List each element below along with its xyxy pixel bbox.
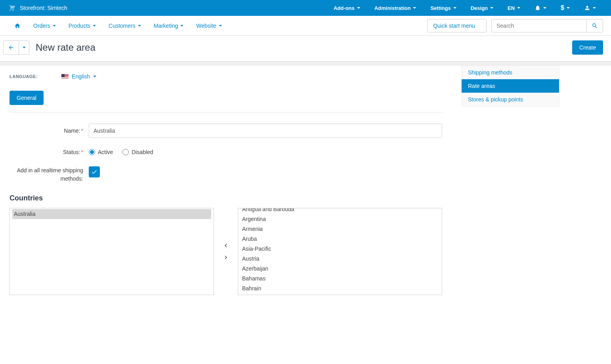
status-active-radio[interactable] [89,149,95,155]
list-item[interactable]: Bahamas [241,274,439,284]
tab-general[interactable]: General [10,91,44,105]
chevron-down-icon [93,25,96,27]
page-title: New rate area [36,42,95,53]
chevron-down-icon [53,25,56,27]
chevron-down-icon [93,76,96,77]
chevron-left-icon [223,242,229,249]
side-menu-item[interactable]: Shipping methods [462,66,559,79]
list-item[interactable]: Aruba [241,234,439,244]
side-menu: Shipping methodsRate areasStores & picku… [461,65,559,107]
language-value: English [72,73,90,80]
topbar-settings-label: Settings [430,5,451,11]
topbar-addons-label: Add-ons [334,5,355,11]
realtime-label: Add in all realtime shipping methods: [10,166,89,183]
chevron-down-icon [593,7,596,9]
storefront-label[interactable]: Storefront: Simtech [20,5,67,11]
side-menu-item[interactable]: Stores & pickup points [462,93,559,106]
chevron-down-icon [517,7,520,9]
list-item[interactable]: Azerbaijan [241,264,439,274]
nav-orders[interactable]: Orders [27,16,62,36]
chevron-down-icon [490,7,493,9]
topbar: Storefront: Simtech Add-ons Administrati… [0,0,611,16]
nav-marketing[interactable]: Marketing [147,16,190,36]
language-label: LANGUAGE: [10,74,38,79]
back-button[interactable] [3,40,19,55]
move-left-button[interactable] [221,241,231,250]
topbar-notifications[interactable] [527,0,554,16]
list-item[interactable]: Argentina [241,214,439,224]
topbar-lang[interactable]: EN [500,0,527,16]
topbar-addons[interactable]: Add-ons [327,0,367,16]
nav-website-label: Website [196,23,216,29]
chevron-down-icon [23,47,26,48]
list-item[interactable]: Antigua and Barbuda [241,208,439,214]
navbar: Orders Products Customers Marketing Webs… [0,16,611,36]
topbar-currency-label: $ [561,4,564,11]
topbar-user[interactable] [577,0,603,16]
nav-home[interactable] [8,16,27,36]
topbar-lang-label: EN [508,5,515,11]
create-button[interactable]: Create [572,40,603,55]
nav-products[interactable]: Products [62,16,102,36]
status-label: Status:* [10,149,89,155]
nav-products-label: Products [69,23,90,29]
nav-orders-label: Orders [33,23,50,29]
name-label: Name:* [10,128,89,134]
topbar-admin-label: Administration [374,5,411,11]
bell-icon [535,5,541,11]
user-icon [584,5,590,11]
nav-marketing-label: Marketing [154,23,178,29]
status-disabled-radio[interactable] [122,149,129,155]
arrow-left-icon [8,44,14,51]
check-icon [91,169,97,175]
page-header: New rate area Create [0,36,611,61]
topbar-settings[interactable]: Settings [423,0,463,16]
search-button[interactable] [586,19,603,32]
topbar-currency[interactable]: $ [554,0,577,16]
list-item[interactable]: Armenia [241,224,439,234]
separator [0,61,611,65]
realtime-checkbox[interactable] [89,166,100,177]
status-disabled-label: Disabled [132,149,153,155]
countries-title: Countries [10,194,442,202]
chevron-right-icon [223,254,229,261]
search-input[interactable] [491,19,586,32]
back-dropdown-button[interactable] [19,40,29,55]
chevron-down-icon [180,25,183,27]
side-menu-item[interactable]: Rate areas [462,79,559,93]
topbar-design-label: Design [471,5,488,11]
chevron-down-icon [413,7,416,9]
chevron-down-icon [543,7,546,9]
topbar-administration[interactable]: Administration [367,0,424,16]
quick-start-button[interactable]: Quick start menu [427,19,487,32]
name-input[interactable] [89,124,442,138]
status-active-label: Active [98,149,113,155]
topbar-design[interactable]: Design [464,0,500,16]
list-item[interactable]: Asia-Pacific [241,244,439,254]
list-item[interactable]: Bangladesh [241,293,439,295]
selected-countries-list[interactable]: Australia [10,208,214,295]
list-item[interactable]: Bahrain [241,284,439,293]
nav-customers[interactable]: Customers [102,16,147,36]
chevron-down-icon [138,25,141,27]
available-countries-list[interactable]: Antigua and BarbudaArgentinaArmeniaAruba… [238,208,442,295]
status-active-option[interactable]: Active [89,149,113,155]
nav-website[interactable]: Website [190,16,228,36]
nav-customers-label: Customers [109,23,136,29]
cart-icon [8,4,15,12]
quick-start-label: Quick start menu [433,23,475,29]
status-disabled-option[interactable]: Disabled [122,149,153,155]
move-right-button[interactable] [221,253,231,262]
divider [10,112,442,112]
chevron-down-icon [477,25,481,27]
chevron-down-icon [453,7,456,9]
chevron-down-icon [567,7,570,9]
chevron-down-icon [357,7,360,9]
search-icon [592,23,598,29]
language-selector[interactable]: English [61,73,96,80]
list-item[interactable]: Australia [12,209,211,219]
flag-us-icon [61,74,69,79]
chevron-down-icon [219,25,222,27]
list-item[interactable]: Austria [241,254,439,264]
home-icon [14,23,21,29]
